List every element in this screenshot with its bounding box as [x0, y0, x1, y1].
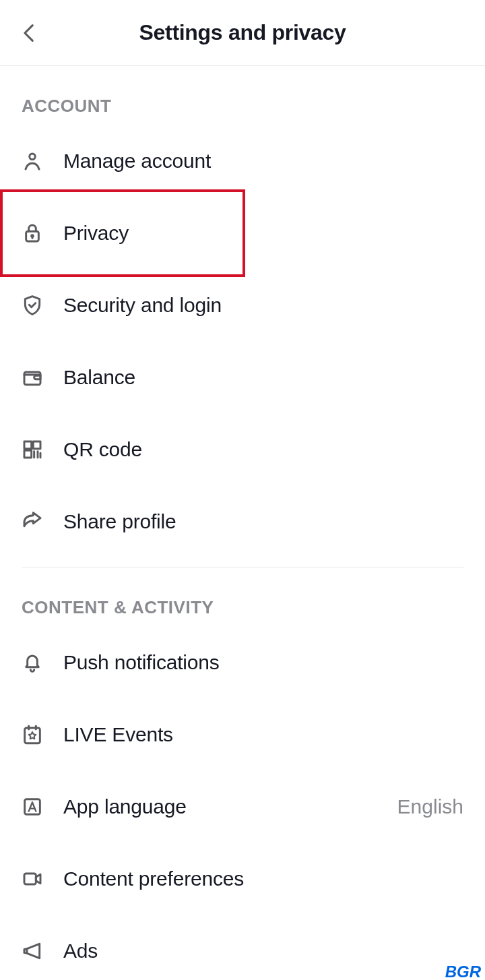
calendar-star-icon: [22, 724, 43, 745]
watermark: BGR: [445, 962, 481, 980]
back-button[interactable]: [16, 20, 43, 47]
svg-rect-5: [24, 441, 32, 449]
bell-icon: [22, 652, 43, 673]
person-icon: [22, 150, 43, 172]
menu-label: QR code: [63, 438, 142, 461]
menu-label: App language: [63, 795, 187, 818]
menu-item-push-notifications[interactable]: Push notifications: [22, 626, 463, 698]
megaphone-icon: [22, 940, 43, 962]
svg-rect-14: [25, 799, 40, 814]
share-icon: [22, 511, 43, 532]
menu-item-content-preferences[interactable]: Content preferences: [22, 843, 463, 915]
menu-item-app-language[interactable]: App language English: [22, 770, 463, 843]
section-title-content: CONTENT & ACTIVITY: [22, 597, 463, 618]
section-content-activity: CONTENT & ACTIVITY Push notifications LI…: [0, 597, 485, 980]
section-divider: [22, 567, 463, 568]
menu-item-manage-account[interactable]: Manage account: [22, 125, 463, 197]
svg-rect-15: [24, 874, 36, 884]
svg-rect-6: [33, 441, 40, 449]
menu-label: Manage account: [63, 150, 211, 173]
qr-icon: [22, 439, 43, 460]
svg-point-0: [30, 154, 36, 160]
menu-label: Balance: [63, 366, 135, 389]
menu-item-security-login[interactable]: Security and login: [22, 269, 463, 341]
menu-item-ads[interactable]: Ads: [22, 915, 463, 980]
svg-rect-7: [24, 450, 32, 458]
menu-label: Ads: [63, 940, 98, 962]
menu-label: Privacy: [63, 222, 129, 245]
menu-item-qr-code[interactable]: QR code: [22, 413, 463, 485]
menu-label: Push notifications: [63, 651, 220, 674]
menu-item-share-profile[interactable]: Share profile: [22, 485, 463, 557]
shield-icon: [22, 295, 43, 316]
menu-label: Security and login: [63, 294, 222, 317]
menu-item-balance[interactable]: Balance: [22, 341, 463, 413]
section-title-account: ACCOUNT: [22, 96, 463, 117]
language-icon: [22, 796, 43, 818]
wallet-icon: [22, 367, 43, 388]
page-title: Settings and privacy: [0, 20, 485, 45]
menu-value: English: [397, 795, 463, 818]
svg-rect-11: [25, 728, 40, 743]
header: Settings and privacy: [0, 0, 485, 66]
video-icon: [22, 868, 43, 890]
menu-label: Share profile: [63, 510, 176, 533]
menu-item-live-events[interactable]: LIVE Events: [22, 698, 463, 770]
section-account: ACCOUNT Manage account Privacy: [0, 96, 485, 557]
menu-label: LIVE Events: [63, 723, 173, 746]
menu-item-privacy[interactable]: Privacy: [22, 197, 463, 269]
lock-icon: [22, 222, 43, 244]
menu-label: Content preferences: [63, 867, 244, 890]
